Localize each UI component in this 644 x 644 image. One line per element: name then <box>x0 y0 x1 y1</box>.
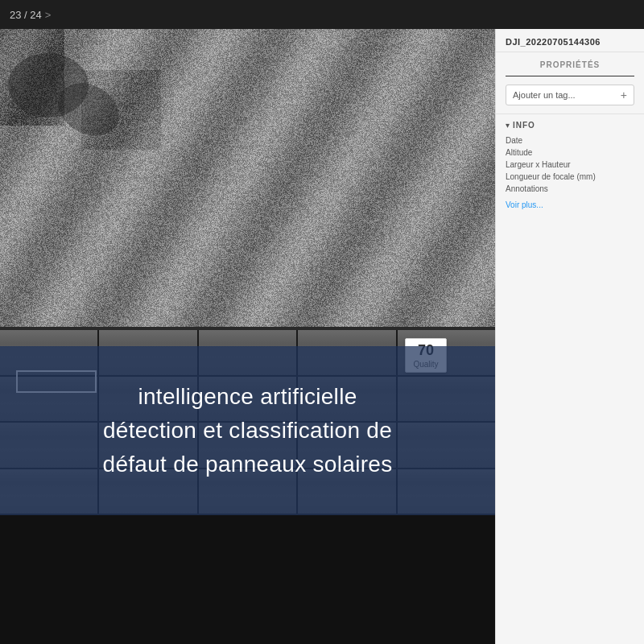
properties-label: PROPRIÉTÉS <box>506 60 634 69</box>
info-label: INFO <box>513 121 535 130</box>
properties-underline <box>506 76 634 76</box>
main-content: 70 Quality intelligence artificielle dét… <box>0 29 644 644</box>
info-key: Longueur de focale (mm) <box>506 172 634 181</box>
noise-texture <box>0 29 495 327</box>
properties-section: PROPRIÉTÉS Ajouter un tag... + <box>496 52 644 114</box>
info-key: Largeur x Hauteur <box>506 160 634 169</box>
overlay-line-1: intelligence artificielle <box>138 380 357 414</box>
info-header: ▾ INFO <box>506 121 634 130</box>
info-row: Annotations <box>506 184 634 193</box>
info-row: Date <box>506 136 634 145</box>
right-panel: DJI_20220705144306 PROPRIÉTÉS Ajouter un… <box>495 29 644 644</box>
top-bar: 23 / 24 > <box>0 0 644 29</box>
info-row: Largeur x Hauteur <box>506 160 634 169</box>
add-tag-button[interactable]: Ajouter un tag... + <box>506 85 634 105</box>
info-row: Altitude <box>506 148 634 157</box>
image-top-section <box>0 29 495 327</box>
info-key: Altitude <box>506 148 634 157</box>
info-fields: DateAltitudeLargeur x HauteurLongueur de… <box>506 136 634 193</box>
image-viewer: 70 Quality intelligence artificielle dét… <box>0 29 495 644</box>
info-key: Annotations <box>506 184 634 193</box>
info-section: ▾ INFO DateAltitudeLargeur x HauteurLong… <box>496 114 644 217</box>
solar-panels-section: 70 Quality intelligence artificielle dét… <box>0 330 495 515</box>
overlay-line-3: défaut de panneaux solaires <box>103 448 393 481</box>
add-tag-plus-icon: + <box>621 89 627 101</box>
info-key: Date <box>506 136 634 145</box>
app-container: 23 / 24 > <box>0 0 644 644</box>
voir-plus-link[interactable]: Voir plus... <box>506 200 543 209</box>
nav-label: 23 / 24 <box>10 9 42 21</box>
overlay-line-2: détection et classification de <box>103 414 392 448</box>
info-expand-icon[interactable]: ▾ <box>506 121 510 130</box>
info-row: Longueur de focale (mm) <box>506 172 634 181</box>
nav-arrow[interactable]: > <box>45 9 52 21</box>
add-tag-text: Ajouter un tag... <box>513 90 576 100</box>
image-filename: DJI_20220705144306 <box>496 29 644 52</box>
overlay-text-section: intelligence artificielle détection et c… <box>0 346 495 515</box>
